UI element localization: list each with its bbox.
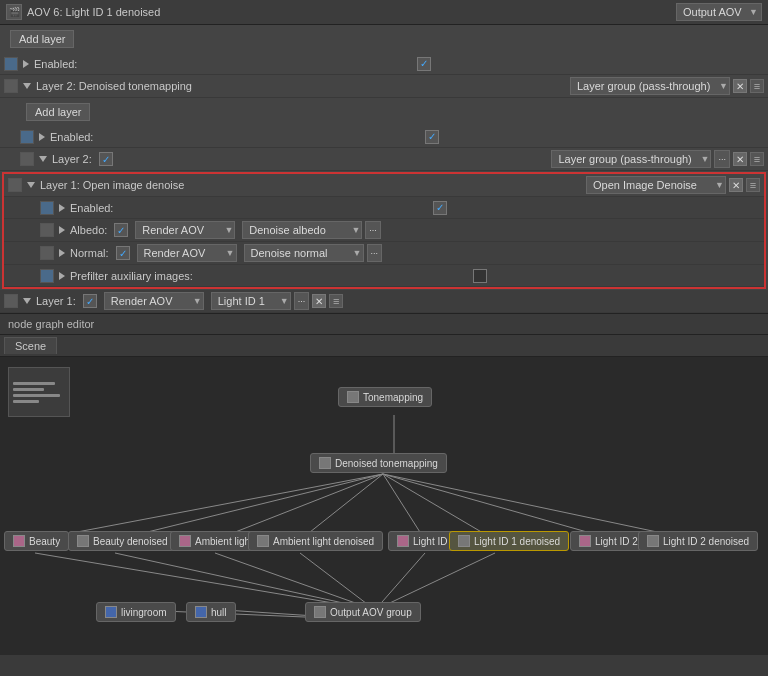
enabled-label-2: Enabled: xyxy=(50,131,93,143)
layer2-sub-row: Layer 2: Layer group (pass-through) ▼ ··… xyxy=(0,148,768,171)
ambient-light-icon xyxy=(179,535,191,547)
layer2-label: Layer 2: Denoised tonemapping xyxy=(36,80,192,92)
enabled-label-1: Enabled: xyxy=(34,58,77,70)
layer1-oi-eq-button[interactable]: ≡ xyxy=(746,178,760,192)
oi-normal-checkbox[interactable] xyxy=(116,246,130,260)
collapse-triangle-3[interactable] xyxy=(39,133,45,141)
livingroom-icon xyxy=(105,606,117,618)
livingroom-node[interactable]: livingroom xyxy=(96,602,176,622)
oi-normal-dropdown2[interactable]: Denoise normal xyxy=(244,244,364,262)
light-id-2-icon xyxy=(579,535,591,547)
scene-thumbnail xyxy=(8,367,70,417)
layer1-aov-row: Layer 1: Render AOV ▼ Light ID 1 ▼ ··· ✕… xyxy=(0,290,768,313)
output-aov-wrapper[interactable]: Output AOV ▼ xyxy=(676,3,762,21)
light-id-1-denoised-node[interactable]: Light ID 1 denoised xyxy=(449,531,569,551)
light-id-2-node[interactable]: Light ID 2 xyxy=(570,531,647,551)
output-aov-dropdown[interactable]: Output AOV xyxy=(676,3,762,21)
beauty-node[interactable]: Beauty xyxy=(4,531,69,551)
collapse-aov[interactable] xyxy=(23,298,31,304)
beauty-denoised-node[interactable]: Beauty denoised xyxy=(68,531,177,551)
add-layer-2-container: Add layer xyxy=(0,98,768,126)
denoised-tonemapping-node[interactable]: Denoised tonemapping xyxy=(310,453,447,473)
graph-area[interactable]: Tonemapping Denoised tonemapping Beauty … xyxy=(0,357,768,655)
top-panel: 🎬 AOV 6: Light ID 1 denoised Output AOV … xyxy=(0,0,768,314)
oi-enabled-checkbox[interactable] xyxy=(433,201,447,215)
ambient-light-label: Ambient light xyxy=(195,536,253,547)
collapse-oi-3[interactable] xyxy=(59,249,65,257)
scene-tab[interactable]: Scene xyxy=(4,337,57,354)
add-layer-2-button[interactable]: Add layer xyxy=(26,103,90,121)
row-icon-5 xyxy=(8,178,22,192)
oi-albedo-dropdown1[interactable]: Render AOV xyxy=(135,221,235,239)
row-icon-aov xyxy=(4,294,18,308)
layer2-dropdown-wrapper[interactable]: Layer group (pass-through) ▼ xyxy=(570,77,730,95)
layer1-aov-checkbox[interactable] xyxy=(83,294,97,308)
layer2-sub-x-button[interactable]: ✕ xyxy=(733,152,747,166)
enabled-checkbox-2[interactable] xyxy=(425,130,439,144)
enabled-row-2: Enabled: xyxy=(0,126,768,148)
oi-normal-dots-button[interactable]: ··· xyxy=(367,244,383,262)
tonemapping-node[interactable]: Tonemapping xyxy=(338,387,432,407)
oi-albedo-dots-button[interactable]: ··· xyxy=(365,221,381,239)
collapse-triangle-5[interactable] xyxy=(27,182,35,188)
layer2-sub-dropdown[interactable]: Layer group (pass-through) xyxy=(551,150,711,168)
beauty-label: Beauty xyxy=(29,536,60,547)
light-id-1-denoised-label: Light ID 1 denoised xyxy=(474,536,560,547)
livingroom-label: livingroom xyxy=(121,607,167,618)
hull-node[interactable]: hull xyxy=(186,602,236,622)
layer2-sub-checkbox[interactable] xyxy=(99,152,113,166)
oi-albedo-checkbox[interactable] xyxy=(114,223,128,237)
layer2-sub-dropdown-wrapper[interactable]: Layer group (pass-through) ▼ xyxy=(551,150,711,168)
light-id-2-denoised-icon xyxy=(647,535,659,547)
ambient-denoised-label: Ambient light denoised xyxy=(273,536,374,547)
oi-albedo-row: Albedo: Render AOV ▼ Denoise albedo ▼ ··… xyxy=(4,219,764,242)
layer1-oi-dropdown-wrapper[interactable]: Open Image Denoise ▼ xyxy=(586,176,726,194)
layer1-aov-eq-button[interactable]: ≡ xyxy=(329,294,343,308)
hull-label: hull xyxy=(211,607,227,618)
layer1-oi-dropdown[interactable]: Open Image Denoise xyxy=(586,176,726,194)
row-icon-1 xyxy=(4,57,18,71)
output-aov-group-node[interactable]: Output AOV group xyxy=(305,602,421,622)
oi-normal-d2-wrapper[interactable]: Denoise normal ▼ xyxy=(244,244,364,262)
layer2-x-button[interactable]: ✕ xyxy=(733,79,747,93)
light-id-2-denoised-node[interactable]: Light ID 2 denoised xyxy=(638,531,758,551)
oi-prefilter-label: Prefilter auxiliary images: xyxy=(70,270,193,282)
layer2-sub-label: Layer 2: xyxy=(52,153,92,165)
collapse-oi-2[interactable] xyxy=(59,226,65,234)
oi-normal-d1-wrapper[interactable]: Render AOV ▼ xyxy=(137,244,237,262)
layer2-eq-button[interactable]: ≡ xyxy=(750,79,764,93)
collapse-oi-1[interactable] xyxy=(59,204,65,212)
oi-prefilter-checkbox[interactable] xyxy=(473,269,487,283)
add-layer-top-button[interactable]: Add layer xyxy=(10,30,74,48)
layer1-aov-d1-wrapper[interactable]: Render AOV ▼ xyxy=(104,292,204,310)
layer2-sub-eq-button[interactable]: ≡ xyxy=(750,152,764,166)
output-aov-group-label: Output AOV group xyxy=(330,607,412,618)
node-graph-title: node graph editor xyxy=(0,314,768,335)
layer1-oi-x-button[interactable]: ✕ xyxy=(729,178,743,192)
oi-normal-dropdown1[interactable]: Render AOV xyxy=(137,244,237,262)
oi-normal-label: Normal: xyxy=(70,247,109,259)
layer1-aov-x-button[interactable]: ✕ xyxy=(312,294,326,308)
scene-tab-bar: Scene xyxy=(0,335,768,357)
layer2-dropdown[interactable]: Layer group (pass-through) xyxy=(570,77,730,95)
layer1-aov-d2-wrapper[interactable]: Light ID 1 ▼ xyxy=(211,292,291,310)
ambient-light-denoised-node[interactable]: Ambient light denoised xyxy=(248,531,383,551)
ambient-denoised-icon xyxy=(257,535,269,547)
collapse-triangle-1[interactable] xyxy=(23,60,29,68)
collapse-triangle-4[interactable] xyxy=(39,156,47,162)
oi-albedo-d1-wrapper[interactable]: Render AOV ▼ xyxy=(135,221,235,239)
collapse-oi-4[interactable] xyxy=(59,272,65,280)
layer1-aov-dropdown1[interactable]: Render AOV xyxy=(104,292,204,310)
tonemapping-node-label: Tonemapping xyxy=(363,392,423,403)
light-id-2-denoised-label: Light ID 2 denoised xyxy=(663,536,749,547)
light-id-1-icon xyxy=(397,535,409,547)
layer1-aov-dots-button[interactable]: ··· xyxy=(294,292,310,310)
collapse-triangle-2[interactable] xyxy=(23,83,31,89)
layer2-sub-dots-button[interactable]: ··· xyxy=(714,150,730,168)
oi-albedo-dropdown2[interactable]: Denoise albedo xyxy=(242,221,362,239)
enabled-checkbox-1[interactable] xyxy=(417,57,431,71)
oi-enabled-row: Enabled: xyxy=(4,197,764,219)
row-icon-4 xyxy=(20,152,34,166)
oi-albedo-d2-wrapper[interactable]: Denoise albedo ▼ xyxy=(242,221,362,239)
layer1-aov-dropdown2[interactable]: Light ID 1 xyxy=(211,292,291,310)
